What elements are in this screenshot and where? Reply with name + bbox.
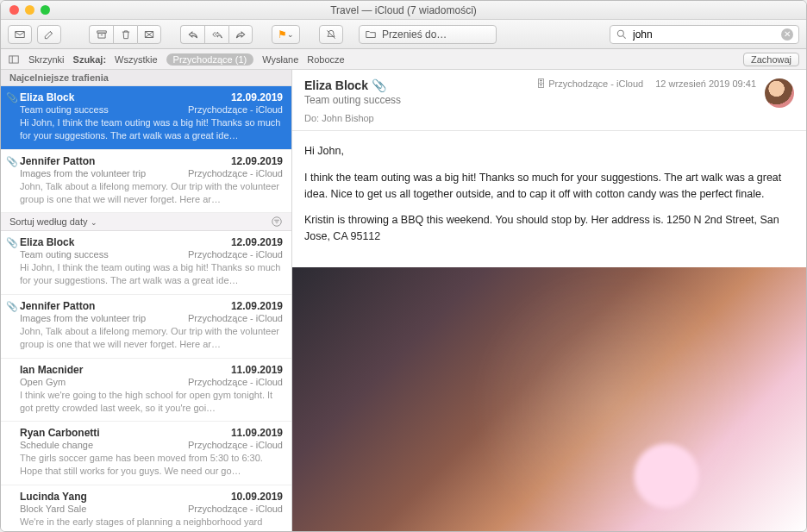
- move-to-label: Przenieś do…: [382, 28, 447, 41]
- envelope-icon: [14, 28, 26, 41]
- msg-subject: Block Yard Sale: [20, 504, 86, 514]
- filter-icon[interactable]: [271, 216, 283, 228]
- compose-icon: [43, 28, 55, 41]
- msg-folder: Przychodzące - iCloud: [188, 313, 283, 323]
- msg-from: Ryan Carbonetti: [20, 427, 100, 439]
- reader-datetime: 12 wrzesień 2019 09:41: [655, 78, 756, 89]
- msg-folder: Przychodzące - iCloud: [188, 440, 283, 450]
- msg-date: 12.09.2019: [231, 155, 283, 167]
- msg-folder: Przychodzące - iCloud: [188, 504, 283, 514]
- msg-from: Lucinda Yang: [20, 491, 87, 503]
- sort-bar[interactable]: Sortuj według daty ⌄: [1, 213, 291, 231]
- scope-all[interactable]: Wszystkie: [115, 54, 158, 65]
- msg-date: 11.09.2019: [231, 364, 283, 376]
- msg-preview: John, Talk about a lifelong memory. Our …: [20, 180, 283, 206]
- junk-button[interactable]: [137, 25, 161, 44]
- clear-search-button[interactable]: ✕: [781, 28, 793, 41]
- reader-body: Hi John, I think the team outing was a b…: [292, 131, 806, 267]
- mailboxes-label[interactable]: Skrzynki: [28, 54, 65, 65]
- flag-button[interactable]: ⚑ ⌄: [272, 25, 300, 44]
- message-row[interactable]: 📎 Eliza Block12.09.2019 Team outing succ…: [1, 86, 291, 150]
- to-label: Do:: [304, 113, 319, 123]
- scope-inbox[interactable]: Przychodzące (1): [166, 53, 254, 66]
- sidebar-toggle-icon[interactable]: [8, 53, 20, 66]
- msg-date: 12.09.2019: [231, 91, 283, 103]
- scope-sent[interactable]: Wysłane: [262, 54, 298, 65]
- msg-preview: I think we're going to the high school f…: [20, 389, 283, 415]
- titlebar: Travel — iCloud (7 wiadomości): [1, 1, 806, 20]
- archive-icon: [96, 28, 108, 41]
- junk-icon: [143, 28, 155, 41]
- forward-button[interactable]: [228, 25, 253, 44]
- msg-preview: John, Talk about a lifelong memory. Our …: [20, 325, 283, 351]
- attachment-image[interactable]: [292, 267, 806, 531]
- msg-subject: Images from the volunteer trip: [20, 168, 146, 178]
- scope-drafts[interactable]: Robocze: [307, 54, 344, 65]
- message-list[interactable]: Najcelniejsze trafienia 📎 Eliza Block12.…: [1, 70, 292, 531]
- svg-point-0: [617, 30, 623, 36]
- forward-icon: [235, 28, 247, 41]
- top-hits-header: Najcelniejsze trafienia: [1, 70, 291, 86]
- compose-button[interactable]: [37, 25, 61, 44]
- reader-sender: Eliza Block: [304, 78, 368, 92]
- reader-subject: Team outing success: [304, 94, 536, 106]
- trash-icon: [120, 28, 132, 41]
- msg-from: Eliza Block: [20, 236, 74, 248]
- msg-date: 11.09.2019: [231, 427, 283, 439]
- message-row[interactable]: Ian Macnider11.09.2019 Open GymPrzychodz…: [1, 359, 291, 422]
- msg-subject: Schedule change: [20, 440, 93, 450]
- reply-all-button[interactable]: [204, 25, 228, 44]
- save-search-button[interactable]: Zachowaj: [743, 53, 799, 66]
- get-mail-button[interactable]: [8, 25, 32, 44]
- toolbar: ⚑ ⌄ Przenieś do… ✕: [1, 20, 806, 49]
- msg-subject: Team outing success: [20, 249, 109, 260]
- reply-icon: [187, 28, 199, 41]
- search-label: Szukaj:: [73, 54, 107, 65]
- msg-subject: Images from the volunteer trip: [20, 313, 146, 323]
- move-to-button[interactable]: Przenieś do…: [359, 25, 497, 44]
- avatar: [765, 78, 794, 108]
- mail-window: Travel — iCloud (7 wiadomości) ⚑ ⌄ Przen…: [0, 0, 807, 532]
- msg-date: 10.09.2019: [231, 491, 283, 503]
- message-row[interactable]: 📎 Jennifer Patton12.09.2019 Images from …: [1, 150, 291, 214]
- msg-folder: Przychodzące - iCloud: [188, 168, 283, 178]
- message-row[interactable]: 📎 Eliza Block12.09.2019 Team outing succ…: [1, 231, 291, 295]
- archive-button[interactable]: [89, 25, 113, 44]
- message-row[interactable]: Ryan Carbonetti11.09.2019 Schedule chang…: [1, 422, 291, 485]
- msg-date: 12.09.2019: [231, 300, 283, 312]
- search-field[interactable]: ✕: [610, 25, 799, 44]
- search-input[interactable]: [633, 28, 776, 41]
- flag-icon: ⚑: [278, 28, 287, 41]
- search-scope-bar: Skrzynki Szukaj: Wszystkie Przychodzące …: [1, 49, 806, 70]
- msg-date: 12.09.2019: [231, 236, 283, 248]
- msg-subject: Open Gym: [20, 377, 66, 387]
- body-p2: I think the team outing was a big hit! T…: [304, 170, 794, 203]
- msg-from: Jennifer Patton: [20, 155, 95, 167]
- message-reader: Eliza Block 📎 Team outing success 🗄 Przy…: [292, 70, 806, 531]
- folder-icon: [365, 28, 377, 41]
- msg-preview: Hi John, I think the team outing was a b…: [20, 261, 283, 287]
- reader-header: Eliza Block 📎 Team outing success 🗄 Przy…: [292, 70, 806, 131]
- msg-from: Jennifer Patton: [20, 300, 95, 312]
- msg-folder: Przychodzące - iCloud: [188, 104, 283, 115]
- delete-button[interactable]: [113, 25, 137, 44]
- search-icon: [616, 28, 628, 41]
- msg-folder: Przychodzące - iCloud: [188, 377, 283, 387]
- reply-button[interactable]: [180, 25, 204, 44]
- body-p1: Hi John,: [304, 143, 794, 160]
- attachment-icon: 📎: [6, 92, 18, 103]
- sort-label: Sortuj według daty: [9, 216, 88, 227]
- message-row[interactable]: 📎 Jennifer Patton12.09.2019 Images from …: [1, 295, 291, 359]
- attachment-icon: 📎: [6, 156, 18, 167]
- msg-preview: The girls soccer game has been moved fro…: [20, 452, 283, 478]
- svg-rect-1: [9, 55, 19, 62]
- message-row[interactable]: Lucinda Yang10.09.2019 Block Yard SalePr…: [1, 485, 291, 531]
- reply-all-icon: [211, 28, 223, 41]
- attachment-icon: 📎: [372, 78, 386, 92]
- body-p3: Kristin is throwing a BBQ this weekend. …: [304, 212, 794, 245]
- reader-folder: 🗄 Przychodzące - iCloud: [536, 78, 643, 89]
- msg-from: Eliza Block: [20, 91, 74, 103]
- to-value: John Bishop: [322, 113, 374, 123]
- mute-button[interactable]: [319, 25, 343, 44]
- window-title: Travel — iCloud (7 wiadomości): [1, 4, 806, 16]
